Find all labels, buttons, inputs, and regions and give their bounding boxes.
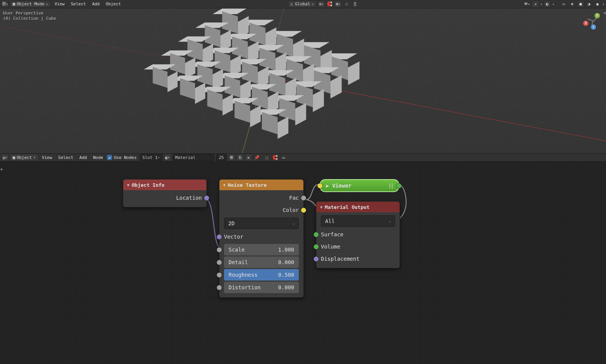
vp-menu-view[interactable]: View	[52, 2, 67, 6]
ne-mode-dropdown[interactable]: ▦ Object ▾	[10, 154, 38, 161]
snap-icon[interactable]: 🧲	[326, 1, 333, 8]
socket-distortion-in[interactable]	[217, 285, 222, 290]
viewer-options-icon[interactable]: ||	[388, 183, 393, 189]
shading-wire-icon[interactable]: ⊕	[569, 1, 576, 8]
material-name-field[interactable]: Material	[172, 154, 214, 161]
mode-dropdown[interactable]: ▦ Object Mode ▾	[10, 1, 51, 8]
socket-fac-out[interactable]	[301, 196, 306, 200]
visibility-icon[interactable]: 👁▾	[524, 1, 530, 8]
pin-icon[interactable]: 📌	[253, 154, 260, 161]
vp-menu-object[interactable]: Object	[103, 2, 123, 6]
axis-y-line	[54, 76, 264, 153]
material-users[interactable]: 25	[216, 154, 227, 161]
ne-menu-select[interactable]: Select	[56, 155, 76, 160]
shading-solid-icon[interactable]: ●	[577, 1, 584, 8]
node-title[interactable]: ▼Material Output	[316, 202, 400, 212]
gizmo-y-icon[interactable]: Y	[595, 13, 600, 18]
axis-x-line	[264, 76, 606, 153]
socket-displacement-in[interactable]	[314, 257, 319, 261]
gizmo-x-icon[interactable]: X	[583, 21, 588, 26]
material-target-dropdown[interactable]: All⌵	[321, 215, 395, 227]
noise-param-scale[interactable]: Scale1.000	[224, 244, 299, 255]
editor-type-icon[interactable]: ⦿▾	[2, 1, 8, 8]
shading-rendered-icon[interactable]: ◉	[594, 1, 601, 8]
gizmo-toggle-icon[interactable]: ↗	[532, 1, 539, 8]
orientation-dropdown[interactable]: ⟀ Global ▾	[288, 1, 316, 8]
chevron-down-icon: ⌵	[389, 219, 391, 223]
ne-parent-icon[interactable]: ⬚	[263, 154, 270, 161]
output-location[interactable]: Location	[123, 192, 206, 204]
ne-toolbar-toggle[interactable]: ▶	[0, 166, 4, 172]
ne-menu-node[interactable]: Node	[91, 155, 106, 160]
ne-editor-type-icon[interactable]: ◎▾	[2, 154, 8, 161]
chevron-down-icon: ⌵	[293, 221, 295, 225]
collapse-icon[interactable]: ▼	[223, 183, 226, 187]
xray-icon[interactable]: ▭	[561, 1, 567, 8]
new-material-icon[interactable]: ⎘	[237, 154, 243, 161]
node-noise-texture[interactable]: ▼Noise Texture Fac Color 2D⌵ Vector Scal…	[219, 179, 304, 298]
output-color[interactable]: Color	[219, 204, 303, 216]
vp-menu-add[interactable]: Add	[90, 2, 102, 6]
fake-user-icon[interactable]: ⛨	[228, 154, 235, 161]
proportional-falloff-icon[interactable]: ⋂	[351, 1, 358, 8]
collapse-icon[interactable]: ▼	[320, 205, 322, 209]
viewport-info-overlay: User Perspective (0) Collection | Cube	[3, 11, 56, 21]
node-object-info[interactable]: ▼Object Info Location	[123, 179, 207, 207]
view-name: User Perspective	[3, 11, 56, 16]
socket-location-out[interactable]	[204, 196, 209, 200]
socket-viewer-in[interactable]	[318, 183, 322, 188]
3d-viewport[interactable]: User Perspective (0) Collection | Cube X…	[0, 8, 606, 153]
noise-param-distortion[interactable]: Distortion0.000	[224, 282, 299, 293]
proportional-icon[interactable]: ◌	[343, 1, 350, 8]
input-vector[interactable]: Vector	[219, 231, 303, 243]
viewport-header: ⦿▾ ▦ Object Mode ▾ View Select Add Objec…	[0, 0, 606, 8]
nav-gizmo[interactable]: X Y Z	[583, 11, 603, 31]
ne-menu-add[interactable]: Add	[77, 155, 89, 160]
node-viewer[interactable]: ▶ Viewer ||	[320, 179, 399, 192]
vp-menu-select[interactable]: Select	[68, 2, 88, 6]
socket-viewer-out[interactable]	[396, 183, 401, 188]
use-nodes-label: Use Nodes	[114, 155, 137, 160]
3d-cursor-icon	[260, 72, 269, 80]
socket-vector-in[interactable]	[217, 234, 222, 239]
noise-param-roughness[interactable]: Roughness0.500	[224, 269, 299, 281]
socket-roughness-in[interactable]	[217, 273, 222, 277]
collapse-icon[interactable]: ▼	[127, 183, 129, 187]
socket-scale-in[interactable]	[217, 247, 222, 252]
socket-color-out[interactable]	[301, 208, 306, 213]
node-title[interactable]: ▼Object Info	[123, 180, 206, 190]
socket-volume-in[interactable]	[314, 244, 319, 249]
input-volume[interactable]: Volume	[316, 241, 400, 253]
node-title[interactable]: ▼Noise Texture	[219, 180, 303, 190]
noise-param-detail[interactable]: Detail0.000	[224, 257, 299, 268]
input-surface[interactable]: Surface	[316, 228, 400, 241]
cube-array	[164, 11, 370, 153]
snap-mode-icon[interactable]: ⊞▾	[335, 1, 342, 8]
overlay-toggle-icon[interactable]: ◐	[544, 1, 551, 8]
node-material-output[interactable]: ▼Material Output All⌵ Surface Volume Dis…	[316, 201, 400, 268]
input-displacement[interactable]: Displacement	[316, 253, 400, 265]
socket-detail-in[interactable]	[217, 260, 222, 265]
axis-y-line-neg	[264, 8, 475, 76]
output-fac[interactable]: Fac	[219, 192, 303, 204]
n-panel-toggle[interactable]: ◀	[603, 11, 606, 153]
shading-matprev-icon[interactable]: ◑	[586, 1, 593, 8]
active-object-path: (0) Collection | Cube	[3, 16, 56, 21]
material-browse-icon[interactable]: ◐▾	[164, 154, 171, 161]
node-editor-header: ◎▾ ▦ Object ▾ View Select Add Node ✔ Use…	[0, 153, 606, 162]
slot-dropdown[interactable]: Slot 1▾	[140, 154, 163, 161]
gizmo-z-icon[interactable]: Z	[591, 24, 596, 30]
pivot-icon[interactable]: ⊙▾	[318, 1, 325, 8]
use-nodes-checkbox[interactable]: ✔	[107, 155, 112, 160]
mode-label: Object Mode	[17, 2, 45, 6]
node-editor-canvas[interactable]: ▶ ▼Object Info Location ▼Noise Texture F…	[0, 162, 606, 364]
unlink-material-icon[interactable]: ✕	[245, 154, 252, 161]
socket-surface-in[interactable]	[314, 232, 319, 237]
expand-icon[interactable]: ▶	[326, 183, 329, 189]
noise-dimensions-dropdown[interactable]: 2D⌵	[224, 218, 299, 229]
ne-snap-icon[interactable]: 🧲	[272, 154, 279, 161]
ne-menu-view[interactable]: View	[40, 155, 55, 160]
ne-overlay-icon[interactable]: ▭	[280, 154, 287, 161]
